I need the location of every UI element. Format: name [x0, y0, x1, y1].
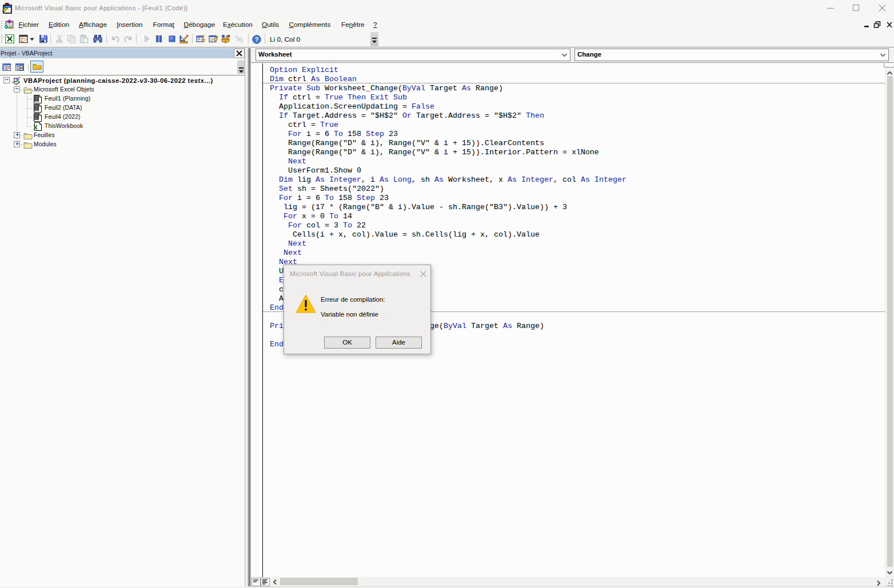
- svg-text:?: ?: [255, 36, 259, 43]
